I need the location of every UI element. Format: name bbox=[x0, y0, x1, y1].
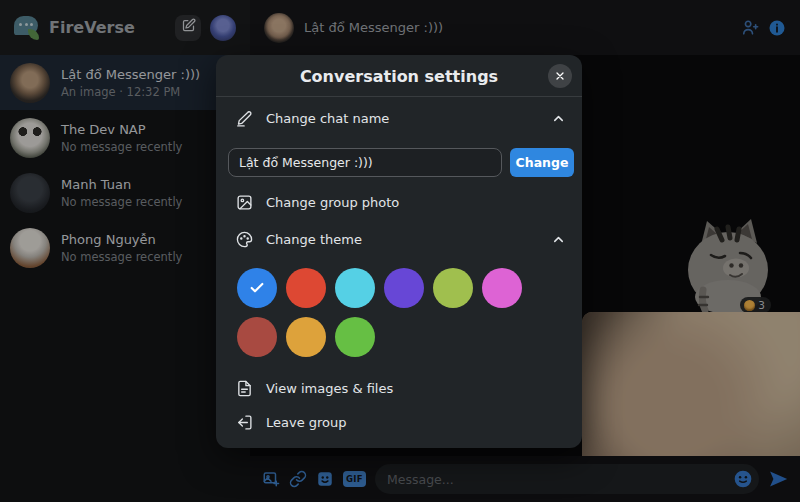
chat-name-input[interactable] bbox=[228, 148, 502, 177]
chevron-up-icon bbox=[551, 111, 566, 126]
file-text-icon bbox=[236, 380, 253, 397]
pencil-icon bbox=[236, 110, 253, 127]
chat-name-editor: Change bbox=[228, 148, 574, 177]
change-group-photo-row[interactable]: Change group photo bbox=[236, 187, 566, 217]
change-theme-row[interactable]: Change theme bbox=[236, 224, 566, 254]
theme-color-9[interactable] bbox=[335, 317, 375, 357]
change-chat-name-row[interactable]: Change chat name bbox=[236, 103, 566, 133]
change-name-button[interactable]: Change bbox=[510, 148, 574, 177]
conversation-settings-modal: Conversation settings Change chat name C… bbox=[216, 55, 582, 448]
app-window: FireVerse Lật đổ Messenger :))) bbox=[0, 0, 800, 502]
theme-color-7[interactable] bbox=[237, 317, 277, 357]
theme-color-2[interactable] bbox=[286, 268, 326, 308]
modal-header: Conversation settings bbox=[216, 55, 582, 97]
theme-grid bbox=[237, 268, 537, 357]
leave-group-icon bbox=[236, 414, 253, 431]
theme-color-1[interactable] bbox=[237, 268, 277, 308]
leave-group-row[interactable]: Leave group bbox=[236, 407, 566, 437]
modal-title: Conversation settings bbox=[216, 67, 582, 86]
theme-color-4[interactable] bbox=[384, 268, 424, 308]
theme-color-5[interactable] bbox=[433, 268, 473, 308]
chevron-up-icon bbox=[551, 232, 566, 247]
theme-color-8[interactable] bbox=[286, 317, 326, 357]
theme-color-6[interactable] bbox=[482, 268, 522, 308]
view-images-files-row[interactable]: View images & files bbox=[236, 373, 566, 403]
close-button[interactable] bbox=[548, 64, 572, 88]
close-icon bbox=[554, 70, 566, 82]
theme-color-3[interactable] bbox=[335, 268, 375, 308]
palette-icon bbox=[236, 231, 253, 248]
image-icon bbox=[236, 194, 253, 211]
